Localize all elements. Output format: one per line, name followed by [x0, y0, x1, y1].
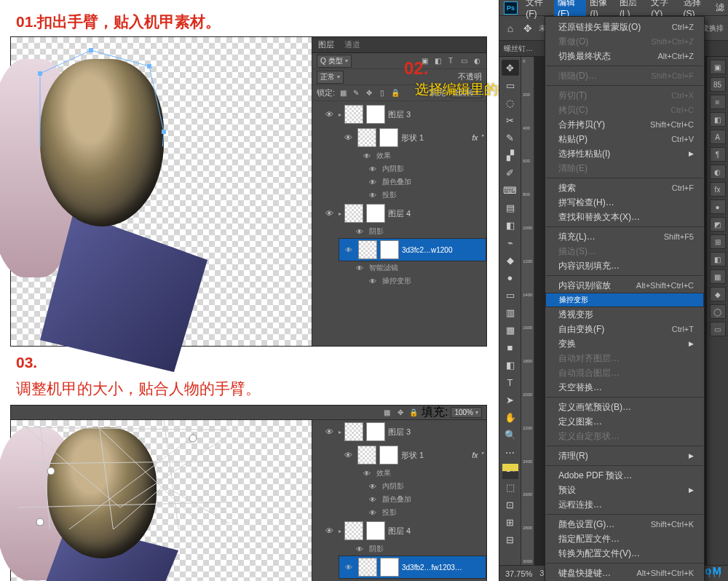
tool-button[interactable]: ◧ [502, 357, 519, 373]
layer-row[interactable]: 👁▸图层 3 [320, 420, 486, 443]
tool-button[interactable]: ▥ [502, 304, 519, 320]
layer-effect[interactable]: 👁内阴影 [366, 480, 486, 493]
layer-row[interactable]: 👁▸图层 4 [320, 202, 486, 225]
tool-button[interactable]: T [502, 374, 519, 390]
filter-icon[interactable]: ▭ [459, 56, 469, 66]
layer-mask[interactable] [380, 558, 399, 577]
tool-button[interactable]: ■ [502, 339, 519, 355]
menu-item[interactable]: 键盘快捷键…Alt+Shift+Ctrl+K [545, 566, 704, 580]
menu-item[interactable]: 定义画笔预设(B)… [545, 400, 704, 414]
lock-icon[interactable]: ✥ [395, 408, 405, 418]
layer-mask[interactable] [366, 105, 385, 124]
visibility-icon[interactable]: 👁 [341, 451, 355, 459]
tools-column[interactable]: ✥▭◌✂✎▞✐⌨▤◧⌁◆●▭▥▦■◧T➤✋🔍⋯◩⬚⊡⊞⊟ [499, 57, 521, 565]
layer-row[interactable]: 👁▸图层 3 [320, 103, 486, 126]
menu-item[interactable]: 内容识别填充… [545, 258, 704, 273]
tool-button[interactable]: ✐ [502, 165, 519, 181]
filter-icon[interactable]: ◐ [472, 56, 482, 66]
layer-effect[interactable]: 👁内阴影 [366, 162, 486, 175]
layer-row[interactable]: 👁3d3fc2…w1200 [339, 238, 486, 261]
layer-thumb[interactable] [357, 128, 376, 147]
tool-button[interactable]: ✂ [502, 112, 519, 128]
panel-button[interactable]: ◯ [710, 304, 726, 319]
tool-button[interactable]: 🔍 [502, 427, 519, 443]
layer-thumb[interactable] [344, 422, 363, 441]
layer-thumb[interactable] [344, 105, 363, 124]
layer-effect[interactable]: 👁阴影 [353, 225, 486, 238]
menu-item[interactable]: 转换为配置文件(V)… [545, 546, 704, 561]
tool-button[interactable]: ● [502, 269, 519, 285]
layer-effect[interactable]: 👁智能滤镜 [353, 261, 486, 274]
layer-mask[interactable] [366, 521, 385, 540]
layer-mask[interactable] [379, 128, 398, 147]
menu-item[interactable]: 定义图案… [545, 414, 704, 429]
tool-button[interactable]: ⌨ [502, 182, 519, 198]
layer-row[interactable]: 👁形状 1fx ˅ [339, 126, 486, 149]
layer-thumb[interactable] [358, 240, 377, 259]
panel-button[interactable]: 85 [710, 77, 726, 92]
layer-thumb[interactable] [344, 521, 363, 540]
lock-icon[interactable]: 🔒 [390, 88, 400, 98]
layer-kind[interactable]: Q 类型▾ [317, 55, 352, 68]
tool-button[interactable]: ▭ [502, 287, 519, 303]
tool-button[interactable]: ◌ [502, 95, 519, 111]
canvas-1[interactable] [11, 37, 313, 346]
layer-mask[interactable] [380, 240, 399, 259]
layer-effect[interactable]: 👁颜色叠加 [366, 175, 486, 189]
layer-thumb[interactable] [344, 204, 363, 223]
home-icon[interactable]: ⌂ [504, 22, 517, 35]
tool-button[interactable]: ⊡ [502, 497, 519, 513]
menu-item[interactable]: 内容识别缩放Alt+Shift+Ctrl+C [545, 278, 704, 293]
menu-item[interactable]: Adobe PDF 预设… [545, 468, 704, 483]
lock-icon[interactable]: 🔒 [408, 408, 419, 418]
menu-item[interactable]: 天空替换… [545, 380, 704, 395]
menu-item[interactable]: 拼写检查(H)… [545, 195, 704, 210]
canvas-2[interactable] [11, 420, 313, 581]
panel-button[interactable]: ¶ [710, 147, 726, 162]
menu-item[interactable]: 搜索Ctrl+F [545, 181, 704, 195]
visibility-icon[interactable]: 👁 [323, 209, 336, 218]
lock-icon[interactable]: ▦ [338, 88, 348, 98]
menu-item[interactable]: 操控变形 [545, 293, 704, 307]
tool-button[interactable]: ▤ [502, 199, 519, 216]
visibility-icon[interactable]: 👁 [323, 110, 336, 119]
tool-button[interactable]: ✎ [502, 130, 519, 146]
menu-item[interactable]: 变换▶ [545, 336, 704, 351]
tool-button[interactable]: ⋯ [502, 444, 519, 460]
fill-value-2[interactable]: 100%▾ [451, 407, 482, 418]
layer-thumb[interactable] [357, 446, 376, 465]
tool-button[interactable]: ⊞ [502, 514, 519, 530]
blend-mode[interactable]: 正常▾ [317, 71, 344, 84]
doc-tab[interactable]: 螺丝钉… [504, 44, 533, 54]
layer-effect[interactable]: 👁投影 [366, 506, 486, 519]
tool-button[interactable]: ◆ [502, 252, 519, 268]
layer-thumb[interactable] [358, 558, 377, 577]
panel-button[interactable]: ◆ [710, 287, 726, 301]
panel-button[interactable]: ▭ [710, 322, 726, 336]
layer-effect[interactable]: 👁颜色叠加 [366, 493, 486, 506]
panel-button[interactable]: ● [710, 199, 726, 214]
lock-icon[interactable]: ✎ [351, 88, 361, 98]
layer-row[interactable]: 👁3d3fb2…fw1203… [339, 556, 486, 579]
menu-item[interactable]: 远程连接… [545, 497, 704, 512]
panel-button[interactable]: ◐ [710, 165, 726, 179]
layer-effect[interactable]: 👁投影 [366, 189, 486, 202]
tool-button[interactable]: ⊟ [502, 531, 519, 548]
menu-item[interactable]: 合并拷贝(Y)Shift+Ctrl+C [545, 117, 704, 132]
visibility-icon[interactable]: 👁 [341, 133, 355, 142]
filter-icon[interactable]: T [446, 56, 456, 66]
move-icon[interactable]: ✥ [521, 22, 534, 35]
tool-button[interactable]: ⌁ [502, 234, 519, 250]
panel-button[interactable]: A [710, 130, 726, 144]
swatch[interactable] [502, 472, 518, 479]
zoom-level[interactable]: 37.75% [505, 569, 532, 578]
filter-icon[interactable]: ◧ [432, 56, 443, 66]
visibility-icon[interactable]: 👁 [323, 427, 336, 436]
panel-button[interactable]: ⊞ [710, 234, 726, 249]
tool-button[interactable]: ✋ [502, 409, 519, 425]
layer-effect[interactable]: 👁效果 [360, 149, 486, 162]
visibility-icon[interactable]: 👁 [323, 526, 336, 535]
panel-button[interactable]: ▣ [710, 60, 726, 74]
tool-button[interactable]: ⬚ [502, 479, 519, 495]
panel-button[interactable]: ◧ [710, 112, 726, 127]
